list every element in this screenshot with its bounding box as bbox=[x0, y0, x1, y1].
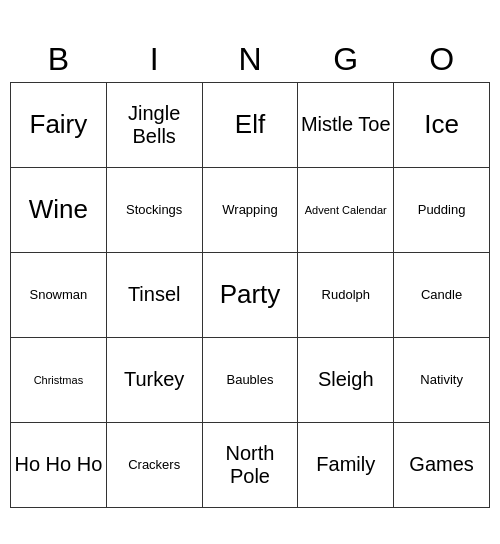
cell-r2-c3: Rudolph bbox=[298, 252, 394, 337]
cell-r2-c4: Candle bbox=[394, 252, 490, 337]
cell-r1-c4: Pudding bbox=[394, 167, 490, 252]
cell-r3-c3: Sleigh bbox=[298, 337, 394, 422]
cell-r1-c2: Wrapping bbox=[202, 167, 298, 252]
cell-r3-c2: Baubles bbox=[202, 337, 298, 422]
cell-r4-c2: North Pole bbox=[202, 422, 298, 507]
cell-r4-c0: Ho Ho Ho bbox=[11, 422, 107, 507]
cell-r3-c4: Nativity bbox=[394, 337, 490, 422]
cell-r4-c1: Crackers bbox=[106, 422, 202, 507]
cell-r4-c4: Games bbox=[394, 422, 490, 507]
bingo-card: B I N G O FairyJingle BellsElfMistle Toe… bbox=[10, 37, 490, 508]
cell-r2-c2: Party bbox=[202, 252, 298, 337]
cell-r4-c3: Family bbox=[298, 422, 394, 507]
cell-r0-c2: Elf bbox=[202, 82, 298, 167]
cell-r1-c3: Advent Calendar bbox=[298, 167, 394, 252]
cell-r2-c0: Snowman bbox=[11, 252, 107, 337]
cell-r0-c3: Mistle Toe bbox=[298, 82, 394, 167]
cell-r2-c1: Tinsel bbox=[106, 252, 202, 337]
cell-r0-c4: Ice bbox=[394, 82, 490, 167]
header-g: G bbox=[298, 37, 394, 83]
header-b: B bbox=[11, 37, 107, 83]
cell-r0-c1: Jingle Bells bbox=[106, 82, 202, 167]
header-o: O bbox=[394, 37, 490, 83]
header-n: N bbox=[202, 37, 298, 83]
cell-r3-c1: Turkey bbox=[106, 337, 202, 422]
cell-r3-c0: Christmas bbox=[11, 337, 107, 422]
header-i: I bbox=[106, 37, 202, 83]
cell-r0-c0: Fairy bbox=[11, 82, 107, 167]
cell-r1-c0: Wine bbox=[11, 167, 107, 252]
cell-r1-c1: Stockings bbox=[106, 167, 202, 252]
